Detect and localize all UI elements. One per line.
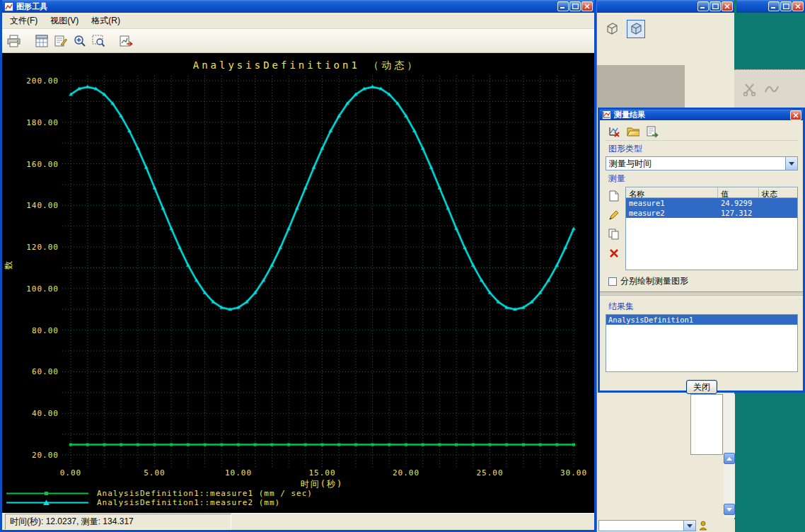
maximize-button[interactable] bbox=[710, 1, 721, 11]
open-file-button[interactable] bbox=[627, 125, 639, 138]
minimize-button[interactable] bbox=[768, 1, 780, 11]
svg-text:100.00: 100.00 bbox=[26, 284, 59, 294]
scroll-down-button[interactable] bbox=[724, 504, 735, 515]
delete-measure-button[interactable] bbox=[608, 247, 620, 260]
maximize-button[interactable] bbox=[780, 1, 792, 11]
dialog-body: 图形类型 测量与时间 测量 bbox=[600, 120, 803, 398]
maximize-button[interactable] bbox=[569, 1, 581, 11]
table-row[interactable]: measure1 24.9299 bbox=[626, 198, 797, 208]
list-item[interactable]: AnalysisDefinition1 bbox=[606, 315, 797, 325]
wireframe-view-icon[interactable] bbox=[603, 20, 621, 38]
minimize-button[interactable] bbox=[697, 1, 709, 11]
chevron-down-icon bbox=[687, 524, 693, 531]
svg-text:10.00: 10.00 bbox=[225, 468, 252, 478]
svg-text:时间(秒): 时间(秒) bbox=[301, 479, 343, 489]
graph-svg: 20.0040.0060.0080.00100.00120.00140.0016… bbox=[2, 53, 594, 489]
chart-legend: AnalysisDefinition1::measure1 (mm / sec)… bbox=[5, 489, 594, 507]
toolbar bbox=[2, 29, 594, 53]
edit-measure-button[interactable] bbox=[608, 209, 620, 221]
close-button[interactable] bbox=[581, 1, 593, 11]
table-header: 名称 值 状态 bbox=[626, 187, 797, 198]
dialog-titlebar[interactable]: 测量结果 bbox=[600, 110, 803, 120]
col-status[interactable]: 状态 bbox=[759, 187, 797, 198]
result-set-label: 结果集 bbox=[608, 301, 798, 313]
close-button[interactable] bbox=[722, 1, 733, 11]
measures-label: 测量 bbox=[608, 173, 798, 185]
svg-text:120.00: 120.00 bbox=[26, 243, 59, 252]
print-button[interactable] bbox=[5, 32, 23, 50]
menu-file[interactable]: 文件(F) bbox=[4, 13, 44, 29]
copy-measure-button[interactable] bbox=[608, 228, 620, 241]
col-value[interactable]: 值 bbox=[718, 187, 759, 198]
svg-text:25.00: 25.00 bbox=[476, 468, 503, 478]
legend-label: AnalysisDefinition1::measure1 (mm / sec) bbox=[97, 489, 313, 498]
background-window-titlebar[interactable] bbox=[597, 0, 734, 13]
menu-format[interactable]: 格式(R) bbox=[85, 13, 127, 29]
legend-label: AnalysisDefinition1::measure2 (mm) bbox=[97, 498, 280, 507]
edit-sheet-button[interactable] bbox=[52, 32, 69, 50]
chevron-down-icon bbox=[789, 162, 794, 168]
svg-text:40.00: 40.00 bbox=[32, 409, 59, 418]
separate-graphs-checkbox[interactable] bbox=[608, 277, 617, 286]
shaded-view-icon[interactable] bbox=[627, 20, 645, 38]
window-title: 图形工具 bbox=[13, 1, 557, 12]
measures-table[interactable]: 名称 值 状态 measure1 24.9299 measure2 127.31… bbox=[625, 187, 798, 270]
svg-text:200.00: 200.00 bbox=[26, 76, 59, 86]
dialog-icon bbox=[602, 110, 611, 120]
menu-view[interactable]: 视图(V) bbox=[44, 13, 85, 29]
measure2-line-sample bbox=[5, 498, 91, 507]
graph-window-titlebar[interactable]: 图形工具 bbox=[2, 0, 594, 13]
dialog-toolbar bbox=[606, 122, 798, 141]
minimize-button[interactable] bbox=[557, 1, 569, 11]
graph-type-value: 测量与时间 bbox=[606, 158, 785, 170]
close-button[interactable] bbox=[792, 1, 804, 11]
result-set-list[interactable]: AnalysisDefinition1 bbox=[606, 314, 798, 372]
scroll-up-button[interactable] bbox=[724, 453, 735, 464]
graph-plot-area[interactable]: 20.0040.0060.0080.00100.00120.00140.0016… bbox=[2, 53, 594, 513]
table-row[interactable]: measure2 127.312 bbox=[626, 208, 797, 218]
svg-text:5.00: 5.00 bbox=[144, 468, 166, 478]
export-button[interactable] bbox=[646, 125, 659, 138]
graph-type-combobox[interactable]: 测量与时间 bbox=[606, 156, 798, 170]
curve-ghost-icon bbox=[764, 82, 780, 96]
measures-section: 名称 值 状态 measure1 24.9299 measure2 127.31… bbox=[606, 187, 798, 270]
close-button[interactable] bbox=[790, 110, 801, 120]
draw-graph-button[interactable] bbox=[608, 125, 620, 138]
graph-tool-window: 图形工具 文件(F) 视图(V) 格式(R) 20.0040.0060. bbox=[0, 0, 596, 532]
background-combobox[interactable] bbox=[598, 520, 696, 531]
svg-text:180.00: 180.00 bbox=[26, 118, 59, 127]
close-dialog-button[interactable]: 关闭 bbox=[686, 380, 717, 394]
grid-settings-button[interactable] bbox=[33, 32, 50, 50]
dropdown-button[interactable] bbox=[785, 157, 797, 170]
legend-entry-measure2: AnalysisDefinition1::measure2 (mm) bbox=[5, 498, 594, 507]
background-window-2-titlebar[interactable] bbox=[736, 0, 805, 13]
svg-text:0.00: 0.00 bbox=[60, 468, 82, 478]
svg-text:60.00: 60.00 bbox=[32, 367, 59, 376]
measure-actions bbox=[606, 187, 622, 270]
panel-fragment bbox=[690, 394, 723, 455]
dialog-splitter[interactable] bbox=[600, 291, 803, 297]
dialog-title: 测量结果 bbox=[611, 110, 789, 120]
dropdown-button[interactable] bbox=[683, 521, 695, 531]
svg-text:20.00: 20.00 bbox=[393, 468, 419, 478]
dialog-buttons: 关闭 bbox=[606, 380, 798, 394]
svg-text:160.00: 160.00 bbox=[26, 160, 59, 169]
svg-text:140.00: 140.00 bbox=[26, 201, 59, 210]
new-measure-button[interactable] bbox=[608, 190, 620, 202]
zoom-window-button[interactable] bbox=[90, 32, 108, 50]
menubar: 文件(F) 视图(V) 格式(R) bbox=[2, 13, 594, 29]
svg-text:80.00: 80.00 bbox=[32, 326, 59, 335]
separate-graphs-label: 分别绘制测量图形 bbox=[620, 275, 688, 287]
user-icon[interactable] bbox=[699, 521, 708, 531]
background-bottom-bar bbox=[597, 519, 735, 532]
legend-entry-measure1: AnalysisDefinition1::measure1 (mm / sec) bbox=[5, 489, 594, 498]
separate-graphs-option: 分别绘制测量图形 bbox=[608, 275, 798, 287]
zoom-in-button[interactable] bbox=[71, 32, 88, 50]
svg-text:30.00: 30.00 bbox=[560, 468, 587, 478]
status-readout: 时间(秒): 12.0237, 测量: 134.317 bbox=[5, 514, 231, 530]
statusbar: 时间(秒): 12.0237, 测量: 134.317 bbox=[2, 513, 594, 530]
svg-text:AnalysisDefinition1 （动态）: AnalysisDefinition1 （动态） bbox=[193, 59, 420, 71]
col-name[interactable]: 名称 bbox=[626, 187, 718, 198]
svg-text:15.00: 15.00 bbox=[308, 468, 335, 478]
export-graph-button[interactable] bbox=[117, 32, 135, 50]
